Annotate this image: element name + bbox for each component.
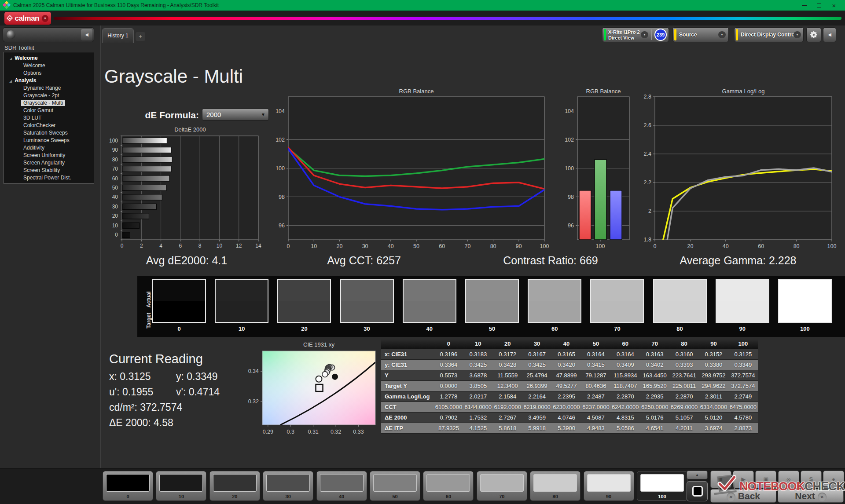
patch-label: 50	[370, 494, 420, 499]
swatch-actual	[341, 280, 393, 301]
next-button[interactable]: Next »	[778, 489, 844, 503]
table-cell: 5.1057	[669, 413, 699, 423]
table-cell: 0.3167	[522, 349, 552, 360]
table-cell: 6219.0000	[522, 402, 552, 413]
table-cell: 0.3409	[610, 360, 640, 370]
sidebar-item-3d-lut[interactable]: 3D LUT	[4, 114, 94, 122]
svg-text:2.2: 2.2	[644, 179, 651, 186]
sidebar-item-label: Color Gamut	[23, 107, 53, 113]
sidebar-group-label: Analysis	[15, 77, 36, 84]
table-cell: 2.2870	[610, 391, 640, 402]
patch-label: 20	[210, 494, 260, 499]
table-cell: 6237.0000	[581, 402, 610, 413]
svg-text:50: 50	[112, 185, 118, 191]
source-dropdown[interactable]: Source ▼	[672, 27, 729, 42]
gear-icon	[810, 31, 818, 39]
swatch-target	[529, 301, 580, 322]
swatch-target	[341, 301, 393, 322]
table-cell: 0.3393	[669, 360, 699, 370]
patch-button-60[interactable]: 60	[423, 471, 474, 501]
display-control-status-bar	[736, 29, 738, 40]
gamma-chart: 2.82.62.42.221.8020406080100Gamma Log/Lo…	[630, 86, 845, 257]
sidebar-item-welcome[interactable]: Welcome	[4, 62, 94, 69]
sidebar-item-color-gamut[interactable]: Color Gamut	[4, 107, 94, 114]
sidebar-item-label: Options	[23, 70, 41, 76]
svg-text:96: 96	[279, 223, 285, 229]
patch-button-70[interactable]: 70	[477, 471, 527, 501]
patch-button-30[interactable]: 30	[263, 471, 313, 501]
patch-button-50[interactable]: 50	[370, 471, 420, 501]
display-control-dropdown[interactable]: Direct Display Control ▼	[734, 27, 804, 42]
sidebar-group-analysis[interactable]: ◢Analysis	[4, 77, 94, 84]
patch-button-80[interactable]: 80	[530, 471, 580, 501]
swatch-label: 10	[215, 325, 268, 332]
tab-history-1[interactable]: History 1	[102, 28, 134, 43]
table-cell: 6475.0000	[728, 402, 758, 413]
table-cell: 293.9752	[699, 370, 728, 381]
svg-text:0: 0	[121, 243, 124, 249]
settings-button[interactable]	[806, 27, 821, 42]
table-cell: 1.7532	[463, 413, 493, 423]
status-sphere-icon	[7, 30, 15, 39]
swatch-level-30	[340, 279, 394, 323]
swatch-actual	[716, 280, 768, 301]
transport-button-4[interactable]: ∞	[778, 471, 799, 488]
sidebar-group-welcome[interactable]: ◢Welcome	[4, 55, 94, 62]
swatch-level-10	[215, 279, 268, 323]
back-button[interactable]: « Back	[710, 489, 776, 503]
maximize-button[interactable]	[812, 0, 827, 10]
swatch-target	[779, 301, 831, 322]
table-cell: 4.5087	[581, 413, 610, 423]
target-row-label: Target	[146, 307, 152, 334]
patch-swatch	[480, 474, 524, 492]
svg-text:80: 80	[490, 243, 496, 249]
sidebar-item-grayscale-multi[interactable]: Grayscale - Multi	[4, 99, 94, 107]
patch-button-0[interactable]: 0	[103, 471, 153, 501]
table-cell: 2.8873	[728, 423, 758, 434]
sidebar-item-screen-angularity[interactable]: Screen Angularity	[4, 159, 94, 167]
patch-button-90[interactable]: 90	[584, 471, 634, 501]
sidebar-item-screen-stability[interactable]: Screen Stability	[4, 167, 94, 174]
transport-button-3[interactable]: ▣	[755, 471, 776, 488]
patch-button-10[interactable]: 10	[156, 471, 206, 501]
sidebar-item-spectral-power-dist[interactable]: Spectral Power Dist.	[4, 174, 94, 182]
expand-up-button[interactable]: ▲	[687, 471, 708, 479]
transport-button-2[interactable]: ▶	[733, 471, 754, 488]
stop-button[interactable]	[687, 481, 708, 501]
sidebar-item-luminance-sweeps[interactable]: Luminance Sweeps	[4, 137, 94, 144]
sidebar-item-additivity[interactable]: Additivity	[4, 144, 94, 152]
patch-button-100[interactable]: 100	[637, 471, 687, 501]
panel-collapse-button[interactable]: ◀	[823, 27, 836, 42]
sidebar-item-saturation-sweeps[interactable]: Saturation Sweeps	[4, 129, 94, 137]
patch-button-20[interactable]: 20	[209, 471, 260, 501]
close-button[interactable]: ×	[827, 0, 841, 10]
transport-button-5[interactable]: S	[801, 471, 822, 488]
de-formula-dropdown[interactable]: 2000 ▼	[202, 109, 269, 121]
patch-button-40[interactable]: 40	[316, 471, 367, 501]
sidebar-item-colorchecker[interactable]: ColorChecker	[4, 122, 94, 129]
sidebar-collapse-button[interactable]: ◀	[81, 29, 92, 40]
meter-dropdown[interactable]: X-Rite i1Pro 2 Direct View ▼ 239	[602, 27, 669, 42]
sidebar-item-dynamic-range[interactable]: Dynamic Range	[4, 84, 94, 92]
add-tab-button[interactable]: +	[136, 32, 145, 41]
chevron-left-icon: «	[727, 493, 735, 501]
table-cell: 2.2870	[669, 391, 699, 402]
minimize-button[interactable]	[797, 0, 812, 10]
measurement-table: 0102030405060708090100x: CIE310.31960.31…	[381, 339, 758, 434]
svg-text:104: 104	[276, 108, 285, 114]
sidebar-item-screen-uniformity[interactable]: Screen Uniformity	[4, 152, 94, 159]
sidebar-item-grayscale-2pt[interactable]: Grayscale - 2pt	[4, 92, 94, 99]
transport-button-6[interactable]: ●	[823, 471, 844, 488]
table-cell: 2.2935	[640, 391, 669, 402]
sidebar-item-options[interactable]: Options	[4, 69, 94, 77]
swatch-label: 90	[716, 325, 769, 332]
meter-mode: Direct View	[608, 35, 634, 40]
table-cell: 0.3125	[728, 349, 758, 360]
workflow-title: SDR Toolkit	[4, 44, 34, 51]
svg-text:0.32: 0.32	[331, 429, 341, 435]
transport-button-1[interactable]: ■	[710, 471, 731, 488]
table-cell: 0.3415	[581, 360, 610, 370]
swatch-label: 30	[340, 325, 394, 332]
table-cell: 5.0586	[610, 423, 640, 434]
calman-menu-button[interactable]: calman ▼	[4, 12, 51, 25]
